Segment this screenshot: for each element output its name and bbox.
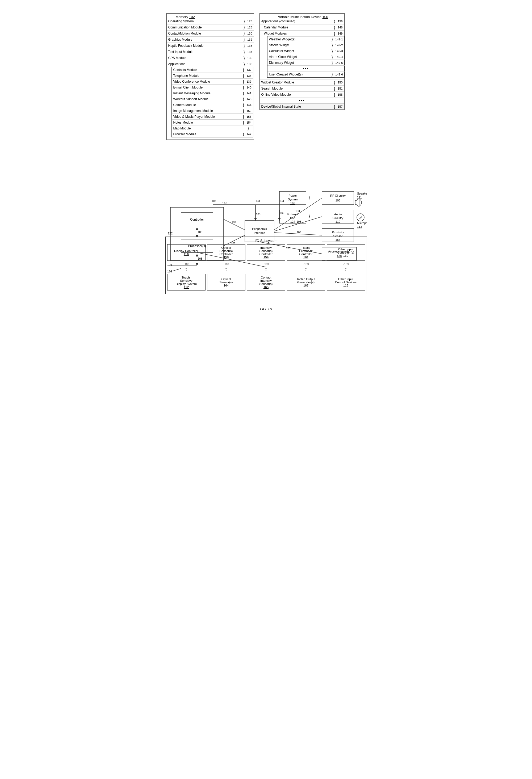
pmd-row-dots2: ••• — [260, 98, 344, 104]
svg-marker-31 — [254, 218, 257, 221]
svg-text:Circuitry: Circuitry — [332, 216, 343, 220]
audio-circuitry-label: Audio — [334, 213, 341, 216]
pmd-row-calendar: Calendar Module } 148 — [260, 24, 344, 31]
optical-sensors-box: OpticalSensor(s) 164 — [207, 274, 245, 291]
pmd-block: Portable Multifunction Device 100 Applic… — [259, 13, 345, 110]
widget-row-calc: Calculator Widget } 149-3 — [268, 48, 345, 54]
widget-row-dots: ••• — [268, 66, 345, 71]
svg-marker-11 — [355, 198, 359, 207]
svg-text:103: 103 — [295, 210, 300, 213]
other-input-control-box: Other InputControl Devices 116 — [327, 274, 365, 291]
speaker-label: Speaker — [357, 192, 367, 195]
pmd-row-onlinevideo: Online Video Module } 155 — [260, 92, 344, 98]
io-subsystem-title: I/O Subsystem — [167, 239, 365, 243]
haptic-feedback-controller-box: HapticFeedbackController 161 — [287, 244, 325, 261]
io-devices-row: Touch-SensitiveDisplay System 112 Optica… — [167, 274, 365, 291]
widget-row-dict: Dictionary Widget } 149-5 — [268, 60, 345, 66]
app-row-map: Map Module } — [172, 125, 253, 131]
diagram-container: Memory 102 Operating System } 126 Commun… — [165, 5, 367, 316]
pmd-row-devicestate: Device/Global Internal State } 157 — [260, 104, 344, 110]
pmd-ref: 100 — [322, 15, 328, 19]
contact-intensity-box: ContactIntensitySensor(s) 165 — [247, 274, 285, 291]
svg-text:111: 111 — [357, 196, 362, 199]
app-row-browser: Browser Module } 147 — [172, 131, 253, 137]
svg-text:110: 110 — [335, 220, 340, 223]
pmd-row-widgetcreator: Widget Creator Module } 150 — [260, 79, 344, 85]
svg-text:Port: Port — [290, 216, 295, 220]
app-row-workout: Workout Support Module } 143 — [172, 96, 253, 102]
figure-label: FIG. 1A — [165, 307, 367, 311]
memory-row-gps: GPS Module } 135 — [167, 55, 254, 61]
svg-text:103: 103 — [256, 213, 260, 216]
svg-text:103: 103 — [297, 231, 301, 234]
svg-marker-37 — [196, 227, 198, 230]
tactile-output-box: Tactile OutputGenerator(s) 167 — [287, 274, 325, 291]
power-system-label: Power — [289, 194, 297, 197]
controller-num-label: 122 — [168, 232, 173, 235]
widget-row-weather: Weather Widget(s) } 149-1 — [268, 37, 345, 42]
touch-display-box: Touch-SensitiveDisplay System 112 — [167, 274, 205, 291]
pmd-row-widgets: Widget Modules } 149 Weather Widget(s) }… — [260, 31, 344, 79]
svg-text:}: } — [309, 214, 310, 218]
optical-sensor-controller-box: OpticalSensor(s)Controller 158 — [207, 244, 245, 261]
display-controller-box: Display Controller 156 — [167, 244, 205, 261]
app-row-videoconf: Video Conference Module } 139 — [172, 79, 253, 84]
other-input-controller-box: Other InputController(s) 160 — [327, 244, 365, 261]
app-row-email: E-mail Client Module } 140 — [172, 84, 253, 91]
svg-text:103: 103 — [212, 199, 216, 202]
memory-label: Memory 102 — [175, 15, 196, 19]
app-row-imagemgmt: Image Management Module } 152 — [172, 108, 253, 114]
app-row-telephone: Telephone Module } 138 — [172, 73, 253, 79]
svg-text:103: 103 — [297, 220, 301, 223]
svg-text:162: 162 — [290, 201, 295, 205]
rf-circuitry-label: RF Circuitry — [330, 194, 346, 197]
svg-text:118: 118 — [222, 201, 227, 205]
pmd-label: Portable Multifunction Device 100 — [276, 15, 330, 19]
io-subsystem: I/O Subsystem Display Controller 156 Opt… — [165, 237, 367, 294]
svg-text:103: 103 — [198, 231, 202, 234]
app-row-notes: Notes Module } 154 — [172, 120, 253, 125]
io-controllers-row: Display Controller 156 OpticalSensor(s)C… — [167, 244, 365, 261]
controller-label: Controller — [190, 218, 204, 221]
memory-block: Memory 102 Operating System } 126 Commun… — [166, 13, 254, 140]
widget-row-user: User-Created Widget(s) } 149-6 — [268, 71, 345, 77]
widget-row-stocks: Stocks Widget } 149-2 — [268, 42, 345, 48]
svg-text:103: 103 — [232, 221, 236, 224]
memory-row-comm: Communication Module } 128 — [167, 24, 254, 31]
svg-text:124: 124 — [290, 220, 295, 223]
memory-row-apps: Applications } 136 Contacts Module } 137… — [167, 61, 254, 139]
peripherals-interface-label: Peripherals — [252, 227, 267, 230]
pmd-row-search: Search Module } 151 — [260, 85, 344, 92]
memory-row-contact: Contact/Motion Module } 130 — [167, 31, 254, 37]
svg-text:Interface: Interface — [254, 231, 265, 234]
app-row-camera: Camera Module } 144 — [172, 102, 253, 108]
svg-rect-8 — [322, 191, 354, 205]
memory-row-text: Text Input Module } 134 — [167, 49, 254, 55]
app-row-im: Instant Messaging Module } 141 — [172, 91, 253, 96]
proximity-sensor-label: Proximity — [332, 231, 344, 234]
external-port-label: External — [287, 213, 298, 216]
app-row-videomusic: Video & Music Player Module } 153 — [172, 114, 253, 120]
pmd-row-appcont: Applications (continued) } 136 — [260, 18, 344, 24]
memory-row-haptic: Haptic Feedback Module } 133 — [167, 43, 254, 49]
memory-row-graphics: Graphics Module } 132 — [167, 37, 254, 43]
microphone-label: Microphone — [357, 221, 367, 225]
memory-row-os: Operating System } 126 — [167, 18, 254, 24]
svg-text:103: 103 — [280, 212, 285, 215]
svg-text:103: 103 — [280, 199, 284, 202]
io-arrows-row: ↑103 ↕ ↑103 ↕ ↑103 ↕ ↑103 ↕ ↑103 ↕ — [167, 262, 365, 273]
svg-text:103: 103 — [255, 199, 260, 202]
svg-text:113: 113 — [357, 225, 362, 228]
svg-text:System: System — [288, 198, 297, 201]
svg-text:🎤: 🎤 — [359, 216, 362, 219]
svg-text:108: 108 — [335, 199, 340, 202]
widget-row-alarm: Alarm Clock Widget } 149-4 — [268, 54, 345, 60]
svg-text:}: } — [309, 195, 310, 199]
app-row-contacts: Contacts Module } 137 — [172, 67, 253, 73]
intensity-sensor-controller-box: IntensitySensor(s)Controller 159 — [247, 244, 285, 261]
memory-ref: 102 — [189, 15, 195, 19]
